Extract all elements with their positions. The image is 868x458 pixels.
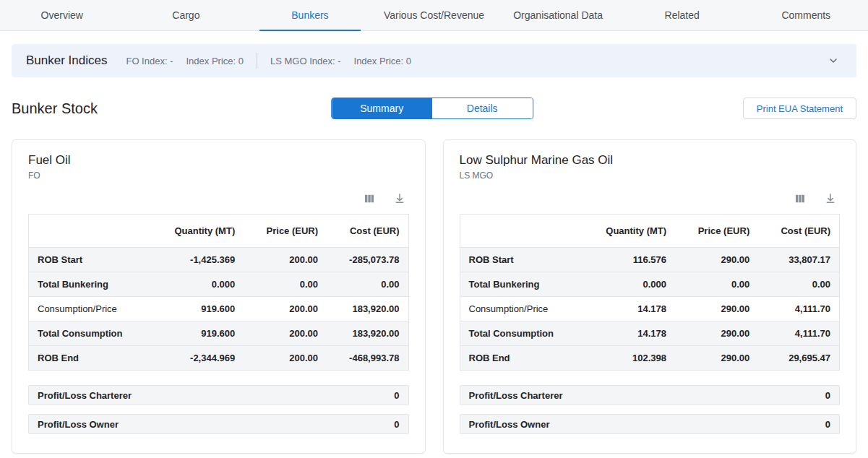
column-header: Quantity (MT)	[581, 215, 675, 248]
table-row: Consumption/Price 919.600 200.00 183,920…	[29, 297, 409, 321]
tab-label: Comments	[781, 9, 830, 21]
download-icon[interactable]	[824, 192, 837, 205]
row-label: Profit/Loss Owner	[38, 419, 119, 430]
profit-loss-value: 0	[825, 419, 830, 430]
row-label: Total Bunkering	[29, 272, 150, 297]
quantity-value: -1,425.369	[150, 248, 244, 272]
table-row: ROB Start -1,425.369 200.00 -285,073.78	[29, 248, 409, 272]
cost-value: -285,073.78	[327, 248, 408, 272]
tab-overview[interactable]: Overview	[0, 0, 124, 30]
bunker-indices-bar: Bunker Indices FO Index: - Index Price: …	[12, 44, 856, 77]
table-row: ROB End -2,344.969 200.00 -468,993.78	[29, 346, 409, 371]
table-row: ROB Start 116.576 290.00 33,807.17	[460, 248, 840, 272]
cost-value: 183,920.00	[327, 297, 408, 321]
ls-mgo-index-price: Index Price: 0	[354, 56, 412, 66]
price-value: 290.00	[675, 297, 758, 321]
tab-bunkers[interactable]: Bunkers	[248, 0, 372, 30]
column-header: Price (EUR)	[675, 215, 758, 248]
price-value: 290.00	[675, 321, 758, 346]
quantity-value: -2,344.969	[150, 346, 244, 371]
table-row: Total Consumption 14.178 290.00 4,111.70	[460, 321, 840, 346]
quantity-value: 102.398	[581, 346, 675, 371]
column-settings-icon[interactable]	[794, 192, 807, 205]
price-value: 200.00	[244, 346, 327, 371]
bunker-indices-title: Bunker Indices	[26, 53, 107, 68]
print-eua-statement-button[interactable]: Print EUA Statement	[743, 98, 856, 119]
chevron-down-icon[interactable]	[825, 52, 842, 69]
tab-various-cost-revenue[interactable]: Various Cost/Revenue	[372, 0, 497, 30]
quantity-value: 0.000	[150, 272, 244, 297]
profit-loss-value: 0	[394, 419, 399, 430]
row-label: Profit/Loss Owner	[469, 419, 550, 430]
ls-mgo-table: Quantity (MT) Price (EUR) Cost (EUR) ROB…	[460, 214, 841, 371]
table-row: Total Consumption 919.600 200.00 183,920…	[29, 321, 409, 346]
tab-label: Bunkers	[291, 9, 328, 21]
tab-label: Overview	[41, 9, 83, 21]
ls-mgo-index-value: LS MGO Index: -	[270, 56, 341, 66]
card-subtitle: LS MGO	[460, 170, 841, 181]
tab-label: Cargo	[172, 9, 199, 21]
quantity-value: 116.576	[581, 248, 675, 272]
tab-related[interactable]: Related	[620, 0, 744, 30]
card-toolbar	[460, 192, 838, 205]
profit-loss-charterer-row: Profit/Loss Charterer 0	[460, 385, 841, 405]
summary-toggle-button[interactable]: Summary	[332, 98, 432, 118]
download-icon[interactable]	[393, 192, 406, 205]
column-settings-icon[interactable]	[363, 192, 376, 205]
column-header-empty	[460, 215, 581, 248]
table-header-row: Quantity (MT) Price (EUR) Cost (EUR)	[29, 215, 409, 248]
cost-value: 33,807.17	[758, 248, 839, 272]
card-title: Fuel Oil	[28, 153, 409, 168]
column-header: Price (EUR)	[244, 215, 327, 248]
column-header: Cost (EUR)	[327, 215, 408, 248]
row-label: Profit/Loss Charterer	[469, 390, 563, 401]
row-label: Consumption/Price	[460, 297, 581, 321]
row-label: ROB End	[29, 346, 150, 371]
row-label: ROB Start	[29, 248, 150, 272]
card-subtitle: FO	[28, 170, 409, 181]
cost-value: 4,111.70	[758, 297, 839, 321]
cost-value: 4,111.70	[758, 321, 839, 346]
column-header: Cost (EUR)	[758, 215, 839, 248]
fuel-oil-card: Fuel Oil FO Quantity (MT) Price (EUR) Co…	[12, 139, 426, 454]
profit-loss-value: 0	[394, 390, 399, 401]
summary-details-toggle: Summary Details	[331, 98, 533, 119]
table-header-row: Quantity (MT) Price (EUR) Cost (EUR)	[460, 215, 840, 248]
column-header-empty	[29, 215, 150, 248]
cost-value: 0.00	[758, 272, 839, 297]
top-tab-bar: Overview Cargo Bunkers Various Cost/Reve…	[0, 0, 868, 31]
profit-loss-owner-row: Profit/Loss Owner 0	[28, 414, 409, 434]
table-row: ROB End 102.398 290.00 29,695.47	[460, 346, 840, 371]
quantity-value: 14.178	[581, 297, 675, 321]
quantity-value: 919.600	[150, 321, 244, 346]
column-header: Quantity (MT)	[150, 215, 244, 248]
price-value: 0.00	[244, 272, 327, 297]
fuel-oil-table: Quantity (MT) Price (EUR) Cost (EUR) ROB…	[28, 214, 409, 371]
tab-cargo[interactable]: Cargo	[124, 0, 249, 30]
table-row: Total Bunkering 0.000 0.00 0.00	[460, 272, 840, 297]
tab-label: Related	[665, 9, 700, 21]
profit-loss-owner-row: Profit/Loss Owner 0	[460, 414, 841, 434]
profit-loss-charterer-row: Profit/Loss Charterer 0	[28, 385, 409, 405]
price-value: 200.00	[244, 248, 327, 272]
tab-organisational-data[interactable]: Organisational Data	[496, 0, 620, 30]
card-toolbar	[28, 192, 406, 205]
details-toggle-button[interactable]: Details	[432, 98, 533, 118]
fo-index-price: Index Price: 0	[186, 56, 244, 66]
page-title: Bunker Stock	[12, 100, 98, 117]
table-row: Total Bunkering 0.000 0.00 0.00	[29, 272, 409, 297]
tab-comments[interactable]: Comments	[744, 0, 868, 30]
table-row: Consumption/Price 14.178 290.00 4,111.70	[460, 297, 840, 321]
price-value: 200.00	[244, 297, 327, 321]
bunker-cards: Fuel Oil FO Quantity (MT) Price (EUR) Co…	[12, 139, 856, 454]
bunker-stock-header: Bunker Stock Summary Details Print EUA S…	[12, 96, 856, 121]
row-label: Total Bunkering	[460, 272, 581, 297]
row-label: Profit/Loss Charterer	[38, 390, 132, 401]
ls-mgo-card: Low Sulphur Marine Gas Oil LS MGO Quanti…	[443, 139, 857, 454]
cost-value: 29,695.47	[758, 346, 839, 371]
cost-value: 0.00	[327, 272, 408, 297]
price-value: 200.00	[244, 321, 327, 346]
card-title: Low Sulphur Marine Gas Oil	[460, 153, 841, 168]
cost-value: -468,993.78	[327, 346, 408, 371]
row-label: Total Consumption	[460, 321, 581, 346]
